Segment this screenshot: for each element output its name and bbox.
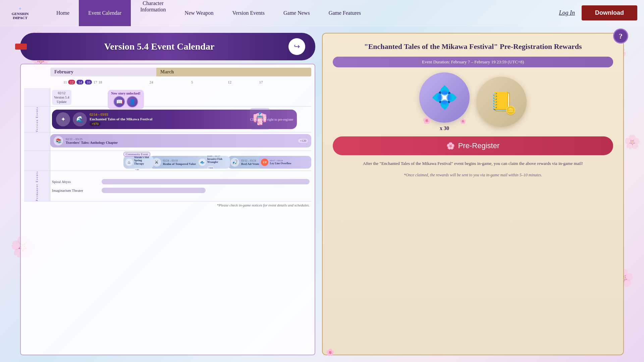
nav-item-game-news[interactable]: Game News [274,0,319,26]
fish-event[interactable]: 🐟 03/05 – 03/17 Invasive Fish Wrangler ×… [197,156,230,169]
date-row: 11 12 14 16 17 18 24 5 12 17 [50,78,311,86]
calendar-title: Version 5.4 Event Calendar [30,41,288,52]
reward-circle-crystal: 💠 🌸 🌸 [419,72,470,123]
nav-item-new-weapon[interactable]: New Weapon [175,0,223,26]
sub-event-side-2 [24,151,50,171]
event-duration-tag: Event Duration: February 7 – February 19… [333,57,613,67]
sub-event-row-2: Community Event ⚔ 02/24 – 03/10 Realm of… [24,151,311,171]
date-5: 5 [191,80,193,84]
calendar-header: Version 5.4 Event Calendar ↪ [20,33,315,60]
nav-item-game-features[interactable]: Game Features [319,0,370,26]
crystal-count: x 30 [440,125,449,131]
rewards-area: 💠 🌸 🌸 x 30 📒 🪙 🌸 [333,72,613,131]
date-11: 11 12 14 16 17 18 [63,80,102,84]
char-icon-2: 👤 [126,96,138,108]
reward-circle-book: 📒 🪙 🌸 [476,77,527,127]
imaginarium-row: Imaginarium Theater [52,187,310,194]
community-event-tag: Community Event [123,152,150,157]
mizuki-event[interactable]: ♨ 02/17 – 02/24 Mizuki's Hot Spring Ther… [123,156,154,169]
story-row: 02/12 Version 5.4 Update New story unloc… [24,88,311,107]
permanent-events-label: Permanent Events [24,171,50,201]
download-button[interactable]: Download [582,5,637,20]
fish-icon: 🐟 [199,159,206,166]
imaginarium-bar [102,188,206,193]
coin-icon: 🪙 [505,106,516,115]
permanent-events-row: Permanent Events Spiral Abyss Imaginariu… [24,171,311,201]
calendar-footer: *Please check in-game notices for event … [24,201,311,207]
event-title-right: "Enchanted Tales of the Mikawa Festival"… [333,42,613,52]
main-event-title: Enchanted Tales of the Mikawa Festival [90,117,152,121]
nav-item-character-information[interactable]: Character Information [131,0,175,26]
story-new-label: New story unlocked! [111,92,141,95]
travelers-tales-icon: 📚 [54,136,63,145]
nav-right: Log In Download [559,5,637,20]
main-event-text: 02/14 – 03/03 Enchanted Tales of the Mik… [90,113,152,126]
sakura-deco-3: 🌸 [326,348,334,356]
date-24: 24 [150,80,153,84]
reward-item-book: 📒 🪙 🌸 [476,77,527,127]
red-bar-decoration [15,44,27,50]
main-event-icon-2: 🌊 [73,112,87,126]
logo-text: GENSHIN IMPACT [12,12,29,20]
crystal-icon: 💠 [431,85,458,110]
nav-item-version-events[interactable]: Version Events [223,0,274,26]
spiral-abyss-label: Spiral Abyss [52,180,99,184]
nav-item-event-calendar[interactable]: Event Calendar [79,0,131,26]
month-headers: February March [50,68,311,76]
logo-star: ✦ [18,6,22,12]
navbar: ✦ GENSHIN IMPACT Home Event Calendar Cha… [0,0,644,26]
reel-icon: 🎣 [230,158,239,167]
spiral-abyss-row: Spiral Abyss [52,178,310,185]
main-content: Version 5.4 Event Calendar ↪ February Ma… [0,26,644,362]
sub-event-row-1: 📚 02/11 – 03/25 Travelers' Tales: Anthol… [24,132,311,151]
logo[interactable]: ✦ GENSHIN IMPACT [7,4,34,22]
date-17: 17 [259,80,263,84]
sub-event-content-1: 📚 02/11 – 03/25 Travelers' Tales: Anthol… [50,132,311,150]
click-text: Click on the right to pre-register [250,118,293,121]
travelers-tales-reward: ×120 [298,139,308,143]
ley-line-icon: UP [261,159,268,166]
ley-line-event[interactable]: UP 03/17 – 03/24 Ley Line Overflow [259,156,311,169]
book-reward-visual: 📒 🪙 [490,91,513,113]
reward-item-crystal: 💠 🌸 🌸 x 30 [419,72,470,131]
story-row-content: 02/12 Version 5.4 Update New story unloc… [50,88,311,106]
main-event-dates: 02/14 – 03/03 [90,113,152,116]
month-mar: March [156,68,311,76]
help-button[interactable]: ? [613,28,628,44]
version-update: 02/12 Version 5.4 Update [52,90,71,105]
sub-event-content-2: Community Event ⚔ 02/24 – 03/10 Realm of… [50,151,311,171]
sakura-deco-2: 🌸 [460,118,466,124]
calendar-panel: Version 5.4 Event Calendar ↪ February Ma… [20,33,315,355]
reward-desc-note: *Once claimed, the rewards will be sent … [333,172,613,178]
char-icons: 📖 👤 [113,96,138,108]
reward-desc: After the "Enchanted Tales of the Mikawa… [333,160,613,167]
mizuki-icon: ♨ [125,159,133,166]
char-icon-1: 📖 [113,96,125,108]
travelers-tales-event[interactable]: 📚 02/11 – 03/25 Travelers' Tales: Anthol… [50,134,311,147]
main-event-row: Version Events ✦ 🌊 02/14 – 03/03 Enchant… [24,107,311,132]
login-button[interactable]: Log In [559,9,575,16]
main-event-icon-1: ✦ [56,112,70,126]
share-button[interactable]: ↪ [288,38,305,55]
right-panel: ? "Enchanted Tales of the Mikawa Festiva… [322,33,624,355]
imaginarium-label: Imaginarium Theater [52,188,99,192]
sub-event-side [24,132,50,150]
main-event-content: ✦ 🌊 02/14 – 03/03 Enchanted Tales of the… [50,107,311,132]
nav-item-home[interactable]: Home [47,0,79,26]
permanent-events-content: Spiral Abyss Imaginarium Theater [50,171,311,201]
spiral-abyss-bar [102,179,310,184]
sakura-deco-1: 🌸 [423,116,431,124]
main-event-reward: ×970 [90,122,101,126]
nav-items: Home Event Calendar Character Informatio… [47,0,559,26]
version-events-label: Version Events [24,107,50,132]
pre-register-button[interactable]: Pre-Register [333,136,613,155]
date-12: 12 [228,80,231,84]
calendar-body: February March 11 12 14 16 17 18 24 5 12… [20,64,315,355]
main-event-banner[interactable]: ✦ 🌊 02/14 – 03/03 Enchanted Tales of the… [52,110,297,129]
travelers-tales-text: 02/11 – 03/25 Travelers' Tales: Antholog… [66,137,118,144]
month-feb: February [50,68,156,76]
story-side-label [24,88,50,106]
